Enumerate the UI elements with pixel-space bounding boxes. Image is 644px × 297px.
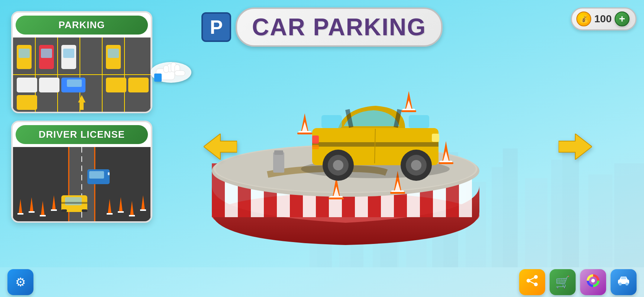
svg-rect-49 <box>65 197 82 205</box>
svg-rect-51 <box>82 209 87 212</box>
svg-rect-60 <box>51 209 57 211</box>
svg-rect-39 <box>128 78 149 92</box>
left-panel: PARKING <box>11 11 152 223</box>
svg-marker-140 <box>204 134 237 160</box>
shop-icon: 🛒 <box>555 275 570 289</box>
svg-point-151 <box>625 283 628 285</box>
svg-rect-116 <box>329 198 344 199</box>
svg-rect-103 <box>273 152 284 173</box>
svg-rect-128 <box>409 115 429 128</box>
car-select-icon <box>617 275 631 289</box>
svg-rect-127 <box>321 115 342 128</box>
svg-rect-74 <box>164 65 169 73</box>
svg-rect-104 <box>274 150 283 155</box>
driver-license-card-header: DRIVER LICENSE <box>16 125 148 144</box>
share-button[interactable] <box>519 269 545 295</box>
car-select-button[interactable] <box>611 269 637 295</box>
svg-rect-152 <box>621 277 626 279</box>
svg-rect-58 <box>40 215 46 216</box>
central-display <box>193 30 498 245</box>
svg-rect-15 <box>588 174 612 267</box>
svg-rect-136 <box>312 136 319 144</box>
svg-rect-52 <box>61 202 87 204</box>
svg-rect-76 <box>154 74 162 82</box>
svg-rect-29 <box>63 49 74 58</box>
svg-rect-124 <box>438 162 453 164</box>
coin-icon: 💰 <box>576 12 591 26</box>
settings-button[interactable]: ⚙ <box>7 269 33 295</box>
svg-rect-33 <box>67 79 82 87</box>
driver-license-mode-card[interactable]: DRIVER LICENSE <box>11 121 152 223</box>
svg-rect-37 <box>17 95 37 110</box>
svg-rect-38 <box>106 78 126 92</box>
svg-rect-62 <box>107 213 113 215</box>
nav-arrow-left[interactable] <box>204 134 237 161</box>
driver-license-card-image <box>13 147 151 221</box>
svg-rect-46 <box>89 171 104 179</box>
svg-rect-77 <box>175 71 185 76</box>
svg-rect-25 <box>19 49 30 58</box>
svg-rect-64 <box>118 211 124 213</box>
svg-rect-11 <box>503 148 518 267</box>
svg-rect-137 <box>312 145 319 149</box>
svg-rect-16 <box>614 163 644 267</box>
svg-rect-68 <box>140 209 146 211</box>
svg-rect-120 <box>390 192 405 194</box>
hand-pointer <box>149 58 193 92</box>
coin-counter: 💰 100 + <box>571 7 637 30</box>
svg-rect-54 <box>17 213 23 215</box>
nav-arrow-right[interactable] <box>559 134 592 161</box>
shop-button[interactable]: 🛒 <box>550 269 576 295</box>
add-coins-button[interactable]: + <box>615 12 630 26</box>
colors-icon <box>586 274 600 290</box>
share-icon <box>525 274 539 290</box>
svg-rect-50 <box>61 209 67 212</box>
svg-marker-141 <box>559 134 592 160</box>
colors-button[interactable] <box>580 269 606 295</box>
svg-rect-66 <box>129 215 135 216</box>
svg-rect-36 <box>39 78 59 92</box>
svg-rect-31 <box>108 49 119 58</box>
svg-point-135 <box>411 160 421 170</box>
toolbar-right: 🛒 <box>519 269 637 295</box>
svg-rect-108 <box>297 133 312 134</box>
svg-rect-47 <box>108 172 110 175</box>
svg-rect-27 <box>41 49 52 58</box>
svg-rect-112 <box>401 110 416 112</box>
svg-rect-12 <box>525 178 547 267</box>
coin-amount: 100 <box>594 13 612 25</box>
svg-point-132 <box>333 160 343 170</box>
bottom-toolbar: ⚙ 🛒 <box>0 267 644 297</box>
svg-rect-138 <box>432 134 439 142</box>
svg-line-145 <box>528 277 536 281</box>
parking-mode-card[interactable]: PARKING <box>11 11 152 113</box>
parking-card-header: PARKING <box>16 16 148 35</box>
svg-rect-56 <box>29 211 35 213</box>
svg-point-150 <box>619 283 622 285</box>
settings-icon: ⚙ <box>15 275 26 289</box>
svg-point-148 <box>591 279 595 283</box>
svg-rect-35 <box>17 78 37 92</box>
toolbar-left: ⚙ <box>7 269 33 295</box>
parking-card-image <box>13 37 151 112</box>
svg-line-146 <box>528 281 536 284</box>
